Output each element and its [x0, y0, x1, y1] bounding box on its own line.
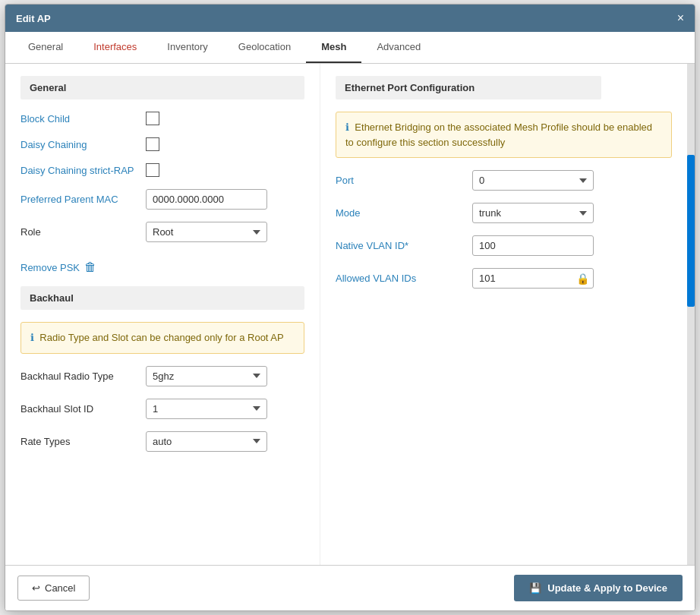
allowed-vlan-label: Allowed VLAN IDs: [336, 273, 472, 284]
cancel-icon: ↩: [32, 582, 40, 594]
rate-types-row: Rate Types auto manual: [20, 431, 304, 452]
tab-geolocation[interactable]: Geolocation: [223, 32, 306, 63]
tab-inventory[interactable]: Inventory: [152, 32, 222, 63]
lock-icon: 🔒: [576, 273, 589, 285]
role-select[interactable]: Root Mesh AP: [146, 222, 267, 242]
tabs-row: General Interfaces Inventory Geolocation…: [5, 32, 695, 64]
mode-row: Mode trunk access: [336, 203, 672, 223]
edit-ap-modal: Edit AP × General Interfaces Inventory G…: [5, 4, 695, 611]
port-select[interactable]: 0 1: [472, 170, 594, 191]
daisy-chaining-label: Daisy Chaining: [20, 139, 146, 150]
remove-psk-label: Remove PSK: [20, 262, 80, 273]
left-panel: General Block Child Daisy Chaining Daisy…: [5, 64, 320, 565]
update-icon: 💾: [529, 582, 541, 594]
backhaul-slot-id-row: Backhaul Slot ID 1 0: [20, 399, 304, 419]
scrollbar-thumb[interactable]: [687, 155, 695, 307]
backhaul-section-header: Backhaul: [20, 286, 304, 310]
mode-label: Mode: [336, 207, 472, 219]
backhaul-radio-type-label: Backhaul Radio Type: [20, 371, 146, 382]
native-vlan-row: Native VLAN ID*: [336, 235, 672, 256]
daisy-chaining-strict-row: Daisy Chaining strict-RAP: [20, 163, 304, 177]
allowed-vlan-input[interactable]: [472, 268, 594, 289]
tab-mesh[interactable]: Mesh: [306, 32, 361, 63]
role-row: Role Root Mesh AP: [20, 222, 304, 242]
preferred-parent-mac-label: Preferred Parent MAC: [20, 194, 146, 205]
modal-title: Edit AP: [16, 13, 51, 24]
modal-body: General Block Child Daisy Chaining Daisy…: [5, 64, 695, 565]
role-label: Role: [20, 226, 146, 238]
eth-info-icon: ℹ: [345, 121, 349, 133]
tab-general[interactable]: General: [13, 32, 78, 63]
block-child-checkbox[interactable]: [146, 112, 159, 125]
modal-header: Edit AP ×: [5, 5, 695, 32]
preferred-parent-mac-row: Preferred Parent MAC: [20, 189, 304, 210]
block-child-label: Block Child: [20, 113, 146, 125]
general-section-header: General: [20, 76, 304, 99]
rate-types-select[interactable]: auto manual: [146, 431, 267, 452]
cancel-button[interactable]: ↩ Cancel: [17, 576, 90, 601]
native-vlan-input[interactable]: [472, 235, 594, 256]
vlan-input-wrap: 🔒: [472, 268, 594, 289]
backhaul-slot-id-select[interactable]: 1 0: [146, 399, 267, 419]
right-panel: Ethernet Port Configuration ℹ Ethernet B…: [320, 64, 687, 565]
port-label: Port: [336, 175, 472, 186]
rate-types-label: Rate Types: [20, 436, 146, 447]
allowed-vlan-row: Allowed VLAN IDs 🔒: [336, 268, 672, 289]
daisy-chaining-row: Daisy Chaining: [20, 137, 304, 151]
backhaul-info-box: ℹ Radio Type and Slot can be changed onl…: [20, 322, 304, 354]
preferred-parent-mac-input[interactable]: [146, 189, 267, 210]
remove-psk-link[interactable]: Remove PSK 🗑: [20, 260, 96, 274]
native-vlan-label: Native VLAN ID*: [336, 240, 472, 251]
scrollbar-track[interactable]: [687, 64, 695, 565]
daisy-chaining-strict-checkbox[interactable]: [146, 163, 159, 177]
remove-psk-row: Remove PSK 🗑: [20, 254, 304, 274]
eth-info-box: ℹ Ethernet Bridging on the associated Me…: [336, 112, 672, 158]
update-apply-button[interactable]: 💾 Update & Apply to Device: [514, 575, 683, 601]
daisy-chaining-strict-label: Daisy Chaining strict-RAP: [20, 165, 146, 176]
modal-footer: ↩ Cancel 💾 Update & Apply to Device: [5, 565, 695, 610]
backhaul-radio-type-select[interactable]: 5ghz 2.4ghz: [146, 366, 267, 386]
backhaul-slot-id-label: Backhaul Slot ID: [20, 403, 146, 415]
block-child-row: Block Child: [20, 112, 304, 125]
info-icon: ℹ: [30, 332, 34, 343]
backhaul-radio-type-row: Backhaul Radio Type 5ghz 2.4ghz: [20, 366, 304, 386]
tab-advanced[interactable]: Advanced: [361, 32, 436, 63]
eth-section-header: Ethernet Port Configuration: [336, 76, 601, 99]
mode-select[interactable]: trunk access: [472, 203, 594, 223]
trash-icon: 🗑: [84, 260, 96, 274]
tab-interfaces[interactable]: Interfaces: [78, 32, 152, 63]
port-row: Port 0 1: [336, 170, 672, 191]
close-button[interactable]: ×: [677, 12, 684, 24]
daisy-chaining-checkbox[interactable]: [146, 137, 159, 151]
